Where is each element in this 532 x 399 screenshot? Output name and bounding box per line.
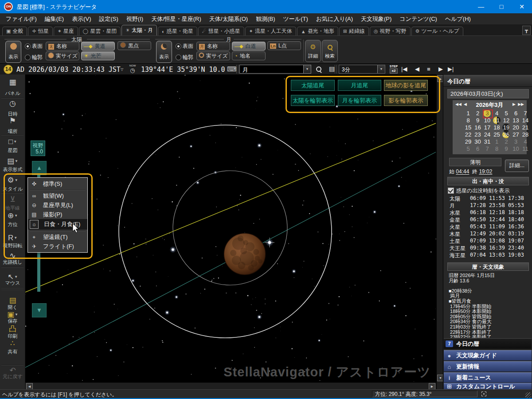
resize-grip[interactable] [525,392,531,398]
calendar-day-13[interactable]: 13 [511,117,521,124]
menu-item-6[interactable]: 天体/太陽系(O) [205,15,252,23]
track-button-地球の影を追尾[interactable]: 地球の影を追尾 [384,80,428,91]
toolbar-button-実サイズ[interactable]: 実サイズ [196,51,230,60]
calendar-day-22[interactable]: 22 [463,131,473,138]
toolbar-button-実サイズ[interactable]: 実サイズ [46,51,79,60]
scroll-left-icon[interactable]: ◀ [26,383,33,390]
calendar-day-17[interactable]: 17 [482,124,492,131]
calendar-day-21[interactable]: 21 [520,124,530,131]
step-x2-button[interactable]: STEPx2 [388,65,399,74]
calendar-day-next-3[interactable]: 3 [511,138,521,145]
target-combo-dropdown-icon[interactable]: ▼ [303,65,311,73]
calendar-day-19[interactable]: 19 [501,124,511,131]
radio-outline-月[interactable] [176,55,181,60]
style-menu-item-星座早見(L)[interactable]: ⊖星座早見(L) [28,200,87,210]
menu-item-10[interactable]: 天文現象(P) [357,15,395,23]
vertical-scrollbar[interactable]: ▲ ▼ [436,74,443,389]
interval-combo[interactable]: 3分 ▼ [339,65,385,74]
sidebar-item-地平線[interactable]: 地平線 [0,205,25,211]
calendar-day-18[interactable]: 18 [492,124,502,131]
calendar-day-7[interactable]: 7 [520,110,530,117]
tab-8[interactable]: ▲昼光・地形 [297,27,338,35]
calendar-day-8[interactable]: 8 [463,117,473,124]
track-button-影を輪郭表示[interactable]: 影を輪郭表示 [384,95,428,106]
track-button-太陽を輪郭表示[interactable]: 太陽を輪郭表示 [291,95,335,106]
accordion-天文現象ガイド[interactable]: ●天文現象ガイド [444,350,532,360]
sidebar-item-元に戻す[interactable]: 元に戻す [0,374,25,379]
accordion-カスタムコントロール[interactable]: ⊞カスタムコントロール [444,383,532,389]
menu-item-3[interactable]: 設定(S) [95,15,122,23]
style-menu-item-フライト(F)[interactable]: ✈フライト(F) [28,242,87,251]
calendar-day-5[interactable]: 5 [501,110,511,117]
toolbar-button-名称[interactable]: 太名称 [46,42,79,51]
calendar-day-next-8[interactable]: 8 [492,145,502,153]
tab-6[interactable]: ☄彗星・小惑星 [198,27,244,35]
sidebar-item-表示形式[interactable]: 表示形式 [0,167,25,172]
sidebar-item-場所[interactable]: 場所 [0,129,25,134]
tab-2[interactable]: ✶星座 [54,27,78,35]
calendar-day-next-1[interactable]: 1 [492,138,502,145]
calendar-day-15[interactable]: 15 [463,124,473,131]
menu-item-8[interactable]: ツール(T) [279,15,312,23]
fov-button[interactable]: 視野5.0 [31,141,45,156]
toolbar-button-L点[interactable]: LnL点 [267,41,301,50]
calendar-day-16[interactable]: 16 [473,124,483,131]
planet-times-checkbox[interactable] [448,188,454,194]
calendar-day-12[interactable]: 12 [501,117,511,124]
menu-item-12[interactable]: ヘルプ(H) [441,15,475,23]
radio-surface-月[interactable] [176,43,181,49]
object-list-icon[interactable]: ▤ [329,65,335,72]
calendar-day-next-2[interactable]: 2 [501,138,511,145]
calendar-day-2[interactable]: 2 [473,110,483,117]
tab-0[interactable]: ▣全般 [2,27,27,35]
search-icon[interactable] [316,66,323,73]
style-menu-item-撮影(P)[interactable]: ▤撮影(P) [28,210,87,219]
calendar-next-month-icon[interactable]: ▶ [512,102,516,106]
tab-1[interactable]: ✛恒星 [28,27,52,35]
sidebar-item-光跡残し[interactable]: 光跡残し [0,259,25,265]
close-button[interactable]: ✕ [512,0,532,13]
tab-10[interactable]: ◎視野・写野 [370,27,411,35]
interval-combo-dropdown-icon[interactable]: ▼ [377,65,385,73]
calendar-day-11[interactable]: 11 [492,117,502,124]
menu-item-9[interactable]: お気に入り(A) [312,15,357,23]
scroll-right-icon[interactable]: ▶ [429,383,435,390]
sidebar-item-マウス[interactable]: マウス [0,280,25,286]
calendar-day-next-6[interactable]: 6 [473,145,483,153]
now-clock-icon[interactable]: NOW◷ [128,64,137,74]
tab-5[interactable]: ◐惑星・衛星 [158,27,197,35]
calendar-day-27[interactable]: 27 [511,131,521,138]
track-button-月追尾[interactable]: 月追尾 [338,80,381,91]
calendar-day-20[interactable]: 20 [511,124,521,131]
minimize-button[interactable]: — [471,0,491,13]
sidebar-item-方位[interactable]: 方位 [0,222,25,227]
accordion-更新情報[interactable]: ⌂更新情報 [444,361,532,372]
calendar-day-1[interactable]: 1 [463,110,473,117]
zoom-out-button[interactable]: ▼ [32,303,47,317]
sidebar-item-日時[interactable]: 日時 [0,111,25,117]
toolbar-button-黄道[interactable]: —◆黄道 [81,42,115,51]
sidebar-item-開く[interactable]: 開く [0,305,25,310]
go-start-button[interactable]: |◀ [401,66,407,72]
style-menu-item-標準(S)[interactable]: ✜標準(S) [28,179,87,188]
play-forward-button[interactable]: ▶ [438,66,443,72]
tab-7[interactable]: ✦流星・人工天体 [245,27,296,35]
calendar-detail-button[interactable]: 詳細... [505,160,529,172]
radio-surface-太陽[interactable] [25,43,31,49]
sidebar-item-共有[interactable]: 共有 [0,349,25,354]
accordion-新着ニュース[interactable]: i新着ニュース [444,372,532,383]
calendar-next-year-icon[interactable]: ▶▶ [518,102,524,106]
calendar-day-29[interactable]: 29 [463,138,473,145]
calendar-day-6[interactable]: 6 [511,110,521,117]
menu-item-2[interactable]: 表示(V) [68,15,95,23]
stop-button[interactable]: ■ [427,66,430,72]
calendar-day-30[interactable]: 30 [473,138,483,145]
sidebar-item-視野回転[interactable]: 視野回転 [0,243,25,248]
accordion-今日の暦[interactable]: 7今日の暦 [444,338,532,349]
show-button-月[interactable]: 表示 [156,41,172,63]
zoom-in-button[interactable]: ▲ [32,161,47,175]
menu-item-0[interactable]: ファイル(F) [2,15,41,23]
track-button-太陽追尾[interactable]: 太陽追尾 [291,80,335,91]
calendar-day-next-10[interactable]: 10 [511,145,521,153]
calendar-day-25[interactable]: 25 [492,131,502,138]
